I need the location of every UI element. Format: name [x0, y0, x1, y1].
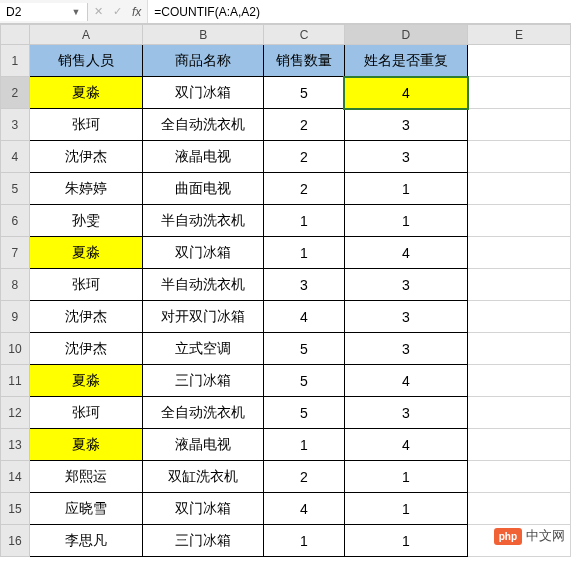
- cell-B15[interactable]: 双门冰箱: [142, 493, 263, 525]
- row-header-13[interactable]: 13: [1, 429, 30, 461]
- cell-E14[interactable]: [468, 461, 571, 493]
- row-header-3[interactable]: 3: [1, 109, 30, 141]
- cell-D1[interactable]: 姓名是否重复: [344, 45, 467, 77]
- cell-E10[interactable]: [468, 333, 571, 365]
- col-header-B[interactable]: B: [142, 25, 263, 45]
- cell-D8[interactable]: 3: [344, 269, 467, 301]
- cell-E15[interactable]: [468, 493, 571, 525]
- cell-C12[interactable]: 5: [264, 397, 344, 429]
- row-header-9[interactable]: 9: [1, 301, 30, 333]
- cell-D14[interactable]: 1: [344, 461, 467, 493]
- cell-A10[interactable]: 沈伊杰: [29, 333, 142, 365]
- cell-E8[interactable]: [468, 269, 571, 301]
- cell-A1[interactable]: 销售人员: [29, 45, 142, 77]
- row-header-12[interactable]: 12: [1, 397, 30, 429]
- cell-A13[interactable]: 夏淼: [29, 429, 142, 461]
- cell-D4[interactable]: 3: [344, 141, 467, 173]
- cell-C1[interactable]: 销售数量: [264, 45, 344, 77]
- cell-C16[interactable]: 1: [264, 525, 344, 557]
- cell-D3[interactable]: 3: [344, 109, 467, 141]
- cell-C4[interactable]: 2: [264, 141, 344, 173]
- cell-E4[interactable]: [468, 141, 571, 173]
- cell-E6[interactable]: [468, 205, 571, 237]
- col-header-A[interactable]: A: [29, 25, 142, 45]
- cell-B7[interactable]: 双门冰箱: [142, 237, 263, 269]
- cell-D6[interactable]: 1: [344, 205, 467, 237]
- cell-A9[interactable]: 沈伊杰: [29, 301, 142, 333]
- cell-A14[interactable]: 郑熙运: [29, 461, 142, 493]
- cell-D15[interactable]: 1: [344, 493, 467, 525]
- cell-B11[interactable]: 三门冰箱: [142, 365, 263, 397]
- cell-B9[interactable]: 对开双门冰箱: [142, 301, 263, 333]
- cell-C13[interactable]: 1: [264, 429, 344, 461]
- cell-C11[interactable]: 5: [264, 365, 344, 397]
- cell-E5[interactable]: [468, 173, 571, 205]
- confirm-icon[interactable]: ✓: [113, 5, 122, 18]
- cell-A12[interactable]: 张珂: [29, 397, 142, 429]
- row-header-10[interactable]: 10: [1, 333, 30, 365]
- cell-B2[interactable]: 双门冰箱: [142, 77, 263, 109]
- select-all-corner[interactable]: [1, 25, 30, 45]
- cell-D10[interactable]: 3: [344, 333, 467, 365]
- cell-E2[interactable]: [468, 77, 571, 109]
- row-header-7[interactable]: 7: [1, 237, 30, 269]
- cell-C5[interactable]: 2: [264, 173, 344, 205]
- cell-E7[interactable]: [468, 237, 571, 269]
- cell-B3[interactable]: 全自动洗衣机: [142, 109, 263, 141]
- cell-D5[interactable]: 1: [344, 173, 467, 205]
- cell-A2[interactable]: 夏淼: [29, 77, 142, 109]
- row-header-11[interactable]: 11: [1, 365, 30, 397]
- cell-A5[interactable]: 朱婷婷: [29, 173, 142, 205]
- cell-C6[interactable]: 1: [264, 205, 344, 237]
- cell-E11[interactable]: [468, 365, 571, 397]
- cell-B13[interactable]: 液晶电视: [142, 429, 263, 461]
- cell-A3[interactable]: 张珂: [29, 109, 142, 141]
- row-header-2[interactable]: 2: [1, 77, 30, 109]
- cell-D7[interactable]: 4: [344, 237, 467, 269]
- cell-E12[interactable]: [468, 397, 571, 429]
- formula-input[interactable]: =COUNTIF(A:A,A2): [147, 0, 571, 23]
- cell-B6[interactable]: 半自动洗衣机: [142, 205, 263, 237]
- row-header-16[interactable]: 16: [1, 525, 30, 557]
- cell-A11[interactable]: 夏淼: [29, 365, 142, 397]
- cell-D9[interactable]: 3: [344, 301, 467, 333]
- cell-B1[interactable]: 商品名称: [142, 45, 263, 77]
- cell-C7[interactable]: 1: [264, 237, 344, 269]
- cell-C14[interactable]: 2: [264, 461, 344, 493]
- cell-C8[interactable]: 3: [264, 269, 344, 301]
- cell-A16[interactable]: 李思凡: [29, 525, 142, 557]
- cell-B12[interactable]: 全自动洗衣机: [142, 397, 263, 429]
- cell-B14[interactable]: 双缸洗衣机: [142, 461, 263, 493]
- row-header-15[interactable]: 15: [1, 493, 30, 525]
- row-header-5[interactable]: 5: [1, 173, 30, 205]
- row-header-4[interactable]: 4: [1, 141, 30, 173]
- row-header-6[interactable]: 6: [1, 205, 30, 237]
- cell-D13[interactable]: 4: [344, 429, 467, 461]
- name-box[interactable]: D2 ▼: [0, 3, 88, 21]
- cell-D16[interactable]: 1: [344, 525, 467, 557]
- cell-C9[interactable]: 4: [264, 301, 344, 333]
- cell-A8[interactable]: 张珂: [29, 269, 142, 301]
- cell-B4[interactable]: 液晶电视: [142, 141, 263, 173]
- cell-C15[interactable]: 4: [264, 493, 344, 525]
- cancel-icon[interactable]: ✕: [94, 5, 103, 18]
- col-header-D[interactable]: D: [344, 25, 467, 45]
- cell-D12[interactable]: 3: [344, 397, 467, 429]
- name-box-dropdown-icon[interactable]: ▼: [69, 7, 83, 17]
- row-header-14[interactable]: 14: [1, 461, 30, 493]
- cell-B8[interactable]: 半自动洗衣机: [142, 269, 263, 301]
- cell-A7[interactable]: 夏淼: [29, 237, 142, 269]
- cell-B10[interactable]: 立式空调: [142, 333, 263, 365]
- cell-D11[interactable]: 4: [344, 365, 467, 397]
- cell-D2[interactable]: 4: [344, 77, 467, 109]
- cell-A4[interactable]: 沈伊杰: [29, 141, 142, 173]
- col-header-C[interactable]: C: [264, 25, 344, 45]
- row-header-1[interactable]: 1: [1, 45, 30, 77]
- cell-A6[interactable]: 孙雯: [29, 205, 142, 237]
- cell-E3[interactable]: [468, 109, 571, 141]
- cell-C2[interactable]: 5: [264, 77, 344, 109]
- fx-icon[interactable]: fx: [132, 5, 141, 19]
- cell-E13[interactable]: [468, 429, 571, 461]
- cell-C3[interactable]: 2: [264, 109, 344, 141]
- cell-A15[interactable]: 应晓雪: [29, 493, 142, 525]
